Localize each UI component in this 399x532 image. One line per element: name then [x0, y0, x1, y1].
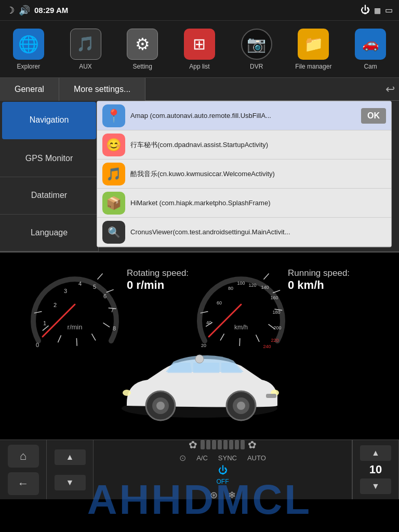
moon-icon: ☽ — [6, 5, 15, 16]
car-svg — [111, 346, 288, 429]
applist-icon: ⊞ — [193, 35, 206, 53]
left-temp-up-button[interactable]: ▲ — [55, 449, 86, 465]
tab-general[interactable]: General — [0, 78, 59, 101]
svg-text:7: 7 — [111, 307, 114, 313]
rotating-speed-value: 0 r/min — [127, 278, 164, 292]
car-image — [111, 346, 288, 429]
down-arrow-icon: ▼ — [66, 478, 74, 487]
fan-seg-7 — [235, 440, 239, 449]
explorer-icon: 🌐 — [18, 34, 39, 54]
bottom-bar: ⌂ ← ▲ ▼ ✿ ✿ — [0, 440, 399, 499]
right-up-arrow-icon: ▲ — [371, 448, 380, 458]
up-arrow-icon: ▲ — [66, 453, 74, 462]
svg-text:2: 2 — [54, 302, 57, 308]
tab-more-settings[interactable]: More settings... — [59, 78, 145, 101]
amap-icon: 📍 — [106, 109, 122, 123]
back-button[interactable]: ↩ — [385, 83, 395, 96]
svg-line-24 — [256, 335, 259, 341]
fan-seg-1 — [201, 440, 205, 449]
sync-button[interactable]: SYNC — [218, 454, 237, 462]
app-applist[interactable]: ⊞ App list — [176, 29, 223, 70]
right-temp-down-button[interactable]: ▼ — [360, 478, 391, 494]
ac-button[interactable]: A/C — [196, 454, 208, 462]
battery-icon: ▭ — [385, 5, 393, 15]
right-temp-up-button[interactable]: ▲ — [360, 445, 391, 461]
nav-app-dropdown: 📍 Amap (com.autonavi.auto.remote.fill.Us… — [97, 101, 392, 247]
sidebar-language[interactable]: Language — [0, 215, 98, 252]
auto-button[interactable]: AUTO — [247, 454, 266, 462]
svg-text:4: 4 — [78, 281, 82, 287]
settings-content: Navigation GPS Monitor Datatimer Languag… — [0, 101, 399, 251]
settings-sidebar: Navigation GPS Monitor Datatimer Languag… — [0, 101, 99, 251]
xingche-icon: 😊 — [106, 138, 122, 152]
fan-ac-section: ✿ ✿ ⊙ A/C SYNC AUTO ⏻ OFF ⊛ ❄ — [94, 440, 352, 499]
aux-label: AUX — [79, 63, 92, 70]
svg-text:8: 8 — [113, 325, 116, 331]
svg-line-25 — [240, 338, 240, 346]
app-cam[interactable]: 🚗 Cam — [347, 29, 394, 70]
home-button[interactable]: ⌂ — [8, 445, 39, 468]
fan-seg-2 — [206, 440, 210, 449]
running-speed-value: 0 km/h — [288, 278, 324, 292]
svg-text:140: 140 — [261, 285, 269, 290]
xingche-text: 行车秘书(com.dpadnavi.assist.StartupActivity… — [130, 140, 386, 150]
power-icon: ⏻ — [361, 5, 370, 16]
svg-line-4 — [92, 334, 96, 340]
svg-text:200: 200 — [273, 325, 281, 330]
svg-text:120: 120 — [248, 283, 256, 288]
right-climate-control: ▲ 10 ▼ — [352, 440, 399, 499]
fan-right-icon: ✿ — [248, 438, 257, 451]
status-time: 08:29 AM — [34, 6, 68, 15]
fan-controls: ✿ ✿ — [189, 438, 257, 451]
defrost-icon: ⊛ — [210, 489, 218, 501]
kuwo-text: 酷我音乐(cn.kuwo.kwmusiccar.WelcomeActivity) — [130, 169, 386, 179]
dropdown-item-amap[interactable]: 📍 Amap (com.autonavi.auto.remote.fill.Us… — [97, 101, 391, 130]
svg-text:100: 100 — [237, 281, 245, 286]
app-setting[interactable]: ⚙ Setting — [119, 29, 166, 70]
svg-text:km/h: km/h — [234, 324, 248, 331]
svg-point-46 — [156, 402, 165, 410]
dropdown-item-xingche[interactable]: 😊 行车秘书(com.dpadnavi.assist.StartupActivi… — [97, 130, 391, 159]
ac2-icon: ❄ — [228, 489, 236, 501]
kmh-gauge: 20 40 60 80 100 120 140 160 180 200 220 … — [194, 258, 288, 351]
nav-buttons: ⌂ ← — [0, 440, 47, 499]
sidebar-navigation[interactable]: Navigation — [2, 102, 96, 139]
back-nav-button[interactable]: ← — [8, 472, 39, 495]
cam-icon: 🚗 — [362, 36, 379, 52]
setting-label: Setting — [133, 63, 152, 70]
explorer-label: Explorer — [17, 63, 41, 70]
rotating-speed-label: Rotating speed: — [127, 268, 189, 278]
fan-seg-8 — [241, 440, 245, 449]
dashboard: AHHDMCL — [0, 252, 399, 440]
applist-label: App list — [189, 63, 209, 70]
dropdown-item-himarket[interactable]: 📦 HiMarket (com.hiapk.marketpho.SplashFr… — [97, 189, 391, 218]
ac-controls-row: ⊙ A/C SYNC AUTO — [179, 453, 266, 463]
app-explorer[interactable]: 🌐 Explorer — [5, 29, 52, 70]
dropdown-item-kuwo[interactable]: 🎵 酷我音乐(cn.kuwo.kwmusiccar.WelcomeActivit… — [97, 159, 391, 189]
dropdown-item-cronus[interactable]: 🔍 CronusViewer(com.test.androidsettingui… — [97, 218, 391, 247]
svg-text:60: 60 — [217, 300, 222, 305]
svg-text:1: 1 — [43, 320, 46, 326]
cronus-icon: 🔍 — [108, 226, 121, 238]
left-temp-down-button[interactable]: ▼ — [55, 475, 86, 490]
svg-text:r/min: r/min — [68, 323, 83, 331]
svg-point-51 — [123, 390, 131, 396]
svg-line-7 — [43, 326, 49, 330]
sidebar-gps-monitor[interactable]: GPS Monitor — [0, 140, 98, 178]
svg-text:6: 6 — [103, 293, 107, 299]
svg-line-26 — [220, 334, 224, 340]
fan-seg-6 — [229, 440, 233, 449]
cronus-text: CronusViewer(com.test.androidsettingui.M… — [130, 228, 386, 236]
svg-line-41 — [209, 304, 241, 337]
svg-text:5: 5 — [93, 284, 96, 290]
tab-bar: General More settings... ↩ — [0, 78, 399, 101]
app-filemanager[interactable]: 📁 File manager — [290, 29, 337, 70]
app-aux[interactable]: 🎵 AUX — [62, 29, 109, 70]
power-off-label[interactable]: OFF — [217, 478, 229, 485]
himarket-icon: 📦 — [106, 196, 122, 210]
app-dvr[interactable]: 📷 DVR — [233, 29, 280, 70]
svg-point-53 — [195, 355, 204, 363]
ok-button[interactable]: OK — [361, 108, 386, 124]
sidebar-datatimer[interactable]: Datatimer — [0, 177, 98, 215]
kuwo-icon: 🎵 — [106, 167, 122, 181]
